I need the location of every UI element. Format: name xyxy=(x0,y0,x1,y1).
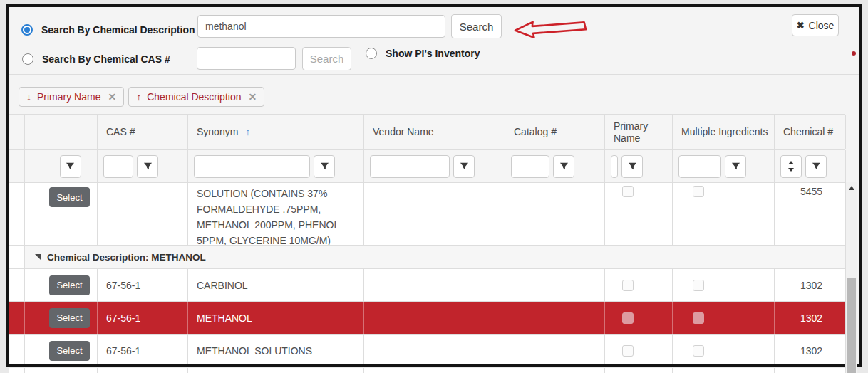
filter-gutter-a xyxy=(9,150,25,182)
grid-filter-row xyxy=(9,150,845,183)
catalog-cell xyxy=(505,269,605,301)
row-gutter-a xyxy=(9,269,25,301)
spinner-up-icon[interactable] xyxy=(788,161,794,164)
select-button[interactable]: Select xyxy=(49,308,90,328)
filter-cas xyxy=(98,150,188,182)
select-cell: Select xyxy=(43,269,98,301)
filter-icon[interactable] xyxy=(60,155,81,178)
description-search-input[interactable] xyxy=(197,15,445,38)
table-row[interactable]: Select 67-56-1 METHANOL SOLUTIONS 1302 xyxy=(9,335,845,367)
multiple-ingredients-cell xyxy=(673,335,775,367)
remove-sort-icon[interactable]: ✕ xyxy=(248,91,257,103)
filter-icon[interactable] xyxy=(314,155,335,178)
multiple-ingredients-checkbox[interactable] xyxy=(693,312,704,324)
header-vendor-name[interactable]: Vendor Name xyxy=(364,115,505,149)
synonym-cell: CARBINOL xyxy=(188,269,364,301)
multiple-ingredients-cell xyxy=(673,302,775,334)
primary-filter-input[interactable] xyxy=(611,155,618,178)
filter-icon[interactable] xyxy=(725,155,746,178)
scroll-up-icon[interactable] xyxy=(846,182,857,194)
group-gutter xyxy=(9,246,25,268)
select-button[interactable]: Select xyxy=(49,187,90,207)
header-cas[interactable]: CAS # xyxy=(98,115,188,149)
filter-synonym xyxy=(188,150,364,182)
table-row-selected[interactable]: Select 67-56-1 METHANOL 1302 xyxy=(9,302,845,335)
filter-icon[interactable] xyxy=(453,155,475,178)
primary-name-cell xyxy=(605,183,673,245)
group-header-row: Chemical Description: METHANOL xyxy=(9,246,845,269)
results-grid: CAS # Synonym ↑ Vendor Name Catalog # Pr… xyxy=(9,114,845,367)
cas-filter-input[interactable] xyxy=(103,155,133,178)
row-gutter-a xyxy=(9,302,25,334)
search-by-description-radio[interactable] xyxy=(21,24,33,36)
row-gutter-b xyxy=(25,302,43,334)
chemical-number-cell: 1302 xyxy=(775,269,846,301)
search-by-description-label: Search By Chemical Description xyxy=(41,24,195,36)
header-synonym[interactable]: Synonym ↑ xyxy=(188,115,364,149)
synonym-cell: METHANOL xyxy=(188,302,364,334)
vendor-cell xyxy=(364,269,505,301)
row-gutter-a xyxy=(9,335,25,367)
chemical-number-cell: 5455 xyxy=(775,183,846,245)
row-gutter-b xyxy=(25,269,43,301)
select-button[interactable]: Select xyxy=(49,341,90,361)
show-pi-inventory-label: Show PI's Inventory xyxy=(386,48,480,59)
multiple-ingredients-checkbox[interactable] xyxy=(693,345,704,357)
close-label: Close xyxy=(809,20,835,31)
close-button[interactable]: ✖ Close xyxy=(792,14,839,36)
header-gutter-a xyxy=(9,115,25,149)
cas-search-input[interactable] xyxy=(197,47,296,70)
primary-name-checkbox[interactable] xyxy=(622,186,634,197)
multiple-filter-input[interactable] xyxy=(678,155,721,178)
search-by-cas-radio[interactable] xyxy=(22,53,33,65)
sort-chip-chemical-description[interactable]: ↑ Chemical Description ✕ xyxy=(128,87,264,107)
clipped-row-sliver xyxy=(9,368,845,373)
collapse-group-icon[interactable] xyxy=(35,254,41,260)
header-primary-name[interactable]: Primary Name xyxy=(605,115,673,149)
primary-name-cell xyxy=(605,269,673,301)
grid-header-row: CAS # Synonym ↑ Vendor Name Catalog # Pr… xyxy=(9,115,845,150)
filter-catalog xyxy=(505,150,605,182)
annotation-arrow-left-icon xyxy=(512,17,589,43)
vertical-scrollbar[interactable] xyxy=(845,182,857,373)
sort-ascending-icon: ↑ xyxy=(136,91,141,103)
table-row[interactable]: Select 67-56-1 CARBINOL 1302 xyxy=(9,269,845,302)
header-gutter-b xyxy=(25,115,43,149)
filter-icon[interactable] xyxy=(137,155,158,178)
cas-cell: 67-56-1 xyxy=(98,302,188,334)
catalog-filter-input[interactable] xyxy=(511,155,549,178)
filter-vendor xyxy=(364,150,505,182)
spinner-down-icon[interactable] xyxy=(788,168,794,172)
header-chemical-number[interactable]: Chemical # xyxy=(775,115,846,149)
scrollbar-thumb[interactable] xyxy=(847,278,856,373)
header-select-col xyxy=(43,115,98,149)
sort-chip-label: Primary Name xyxy=(37,91,100,103)
show-pi-inventory-radio[interactable] xyxy=(366,48,377,59)
filter-icon[interactable] xyxy=(621,155,643,178)
primary-name-checkbox[interactable] xyxy=(622,280,634,291)
table-row[interactable]: Select SOLUTION (CONTAINS 37% FORMALDEHY… xyxy=(9,183,845,246)
primary-name-checkbox[interactable] xyxy=(622,312,634,324)
vendor-cell xyxy=(364,183,505,245)
filter-icon[interactable] xyxy=(805,155,827,178)
sort-ascending-icon: ↑ xyxy=(245,126,250,138)
description-search-button[interactable]: Search xyxy=(451,14,502,38)
sort-chip-primary-name[interactable]: ↓ Primary Name ✕ xyxy=(19,87,124,107)
synonym-cell: METHANOL SOLUTIONS xyxy=(188,335,364,367)
filter-icon[interactable] xyxy=(553,155,574,178)
vendor-filter-input[interactable] xyxy=(370,155,450,178)
multiple-ingredients-checkbox[interactable] xyxy=(693,186,704,197)
multiple-ingredients-checkbox[interactable] xyxy=(693,280,704,291)
primary-name-checkbox[interactable] xyxy=(622,345,634,357)
vendor-cell xyxy=(364,302,505,334)
sort-chips: ↓ Primary Name ✕ ↑ Chemical Description … xyxy=(19,87,264,107)
primary-name-cell xyxy=(605,302,673,334)
header-multiple-ingredients[interactable]: Multiple Ingredients xyxy=(673,115,775,149)
cas-search-button[interactable]: Search xyxy=(302,47,351,70)
header-catalog[interactable]: Catalog # xyxy=(505,115,605,149)
synonym-filter-input[interactable] xyxy=(194,155,310,178)
remove-sort-icon[interactable]: ✕ xyxy=(108,91,116,103)
filter-chemical xyxy=(775,150,846,182)
number-spinner[interactable] xyxy=(780,155,802,178)
select-button[interactable]: Select xyxy=(49,275,90,295)
